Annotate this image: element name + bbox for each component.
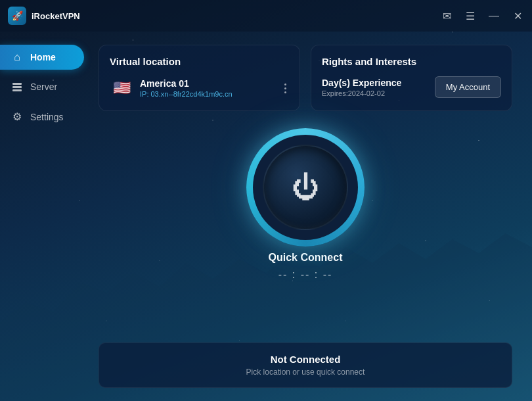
more-dot-2 xyxy=(284,87,286,89)
location-name: America 01 xyxy=(140,78,275,89)
sidebar: ⌂ Home Server ⚙ Settings xyxy=(0,32,92,401)
rights-info: Day(s) Experience Expires:2024-02-02 xyxy=(322,78,401,97)
power-outer-ring: ⏻ xyxy=(246,128,365,247)
main-layout: ⌂ Home Server ⚙ Settings Virtual locatio… xyxy=(0,32,532,401)
status-bar: Not Connected Pick location or use quick… xyxy=(99,342,512,388)
power-button[interactable]: ⏻ xyxy=(263,145,348,230)
app-logo: 🚀 xyxy=(8,7,26,25)
svg-rect-2 xyxy=(12,89,22,91)
rights-content: Day(s) Experience Expires:2024-02-02 My … xyxy=(322,76,501,98)
sidebar-item-server[interactable]: Server xyxy=(0,75,84,99)
location-row: 🇺🇸 America 01 IP: 03.xn--8fr22cd4k1m9c.c… xyxy=(110,76,289,100)
settings-icon: ⚙ xyxy=(11,110,24,123)
content-area: Virtual location 🇺🇸 America 01 IP: 03.xn… xyxy=(92,32,532,401)
top-row: Virtual location 🇺🇸 America 01 IP: 03.xn… xyxy=(99,45,512,111)
power-section: ⏻ Quick Connect -- : -- : -- xyxy=(99,122,512,287)
titlebar-controls: ✉ ☰ — ✕ xyxy=(440,9,524,22)
sidebar-item-settings[interactable]: ⚙ Settings xyxy=(0,104,84,130)
logo-icon: 🚀 xyxy=(12,11,23,21)
connection-status: Not Connected xyxy=(112,354,499,365)
menu-icon[interactable]: ☰ xyxy=(464,9,477,22)
rights-title: Rights and Interests xyxy=(322,56,501,67)
svg-rect-1 xyxy=(12,86,22,88)
more-dot-1 xyxy=(284,83,286,85)
home-icon: ⌂ xyxy=(11,51,24,63)
my-account-button[interactable]: My Account xyxy=(435,76,501,98)
expires-label: Expires:2024-02-02 xyxy=(322,89,401,97)
titlebar-left: 🚀 iRocketVPN xyxy=(8,7,80,25)
app-title: iRocketVPN xyxy=(32,11,80,21)
power-icon: ⏻ xyxy=(292,174,319,201)
flag-icon: 🇺🇸 xyxy=(110,76,133,100)
titlebar: 🚀 iRocketVPN ✉ ☰ — ✕ xyxy=(0,0,532,32)
quick-connect-label: Quick Connect xyxy=(269,252,343,264)
sidebar-item-server-label: Server xyxy=(30,82,57,92)
close-icon[interactable]: ✕ xyxy=(511,9,524,22)
power-middle-ring: ⏻ xyxy=(253,135,358,240)
rights-card: Rights and Interests Day(s) Experience E… xyxy=(311,45,512,111)
sidebar-item-home[interactable]: ⌂ Home xyxy=(0,45,84,70)
mail-icon[interactable]: ✉ xyxy=(440,9,453,22)
location-ip: IP: 03.xn--8fr22cd4k1m9c.cn xyxy=(140,90,275,98)
virtual-location-card: Virtual location 🇺🇸 America 01 IP: 03.xn… xyxy=(99,45,300,111)
status-subtitle: Pick location or use quick connect xyxy=(112,367,499,377)
server-icon xyxy=(11,82,24,92)
days-experience-label: Day(s) Experience xyxy=(322,78,401,88)
location-info: America 01 IP: 03.xn--8fr22cd4k1m9c.cn xyxy=(140,78,275,98)
virtual-location-title: Virtual location xyxy=(110,56,289,67)
more-options-button[interactable] xyxy=(282,81,289,96)
sidebar-item-settings-label: Settings xyxy=(30,112,64,122)
timer-display: -- : -- : -- xyxy=(278,269,333,281)
sidebar-item-home-label: Home xyxy=(30,52,56,62)
minimize-icon[interactable]: — xyxy=(487,9,500,22)
more-dot-3 xyxy=(284,91,286,93)
svg-rect-0 xyxy=(12,83,22,85)
